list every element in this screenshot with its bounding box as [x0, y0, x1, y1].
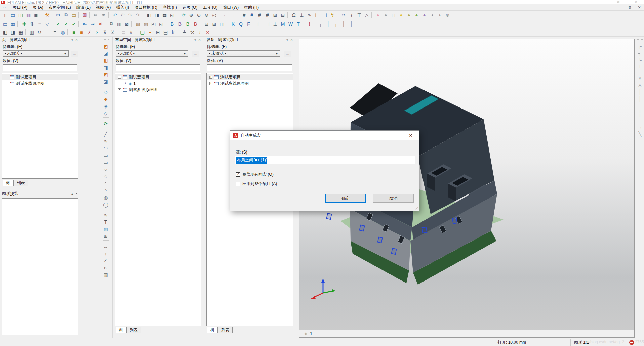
device-q-icon[interactable]: Q [237, 20, 245, 28]
create-macro-icon[interactable]: ◰ [150, 20, 157, 28]
redo-icon[interactable]: ↷ [126, 11, 134, 19]
dim-linear-icon[interactable]: ↔ [102, 243, 110, 250]
iso-view-2-icon[interactable]: ◆ [102, 95, 110, 102]
dim-radius-icon[interactable]: ⊾ [102, 264, 110, 271]
color-green-icon[interactable]: ● [413, 11, 420, 19]
new-page-icon[interactable]: ▯ [1, 11, 9, 19]
dock-right-icon[interactable]: ◨ [9, 29, 17, 36]
multi-line-icon[interactable]: = [51, 29, 59, 36]
view-cube-top-icon[interactable]: ◩ [102, 71, 110, 78]
note-icon[interactable]: ◍ [59, 29, 67, 36]
macro-box-icon[interactable]: ◱ [157, 20, 165, 28]
value-input[interactable] [207, 64, 292, 71]
tree-item[interactable]: - 测试宏项目 [115, 74, 201, 80]
next-device-icon[interactable]: ⇥ [89, 20, 96, 28]
black-box-icon[interactable]: ⊟ [203, 20, 210, 28]
misc-layer-icon[interactable]: ⊛ [444, 11, 451, 19]
kinematics-icon[interactable]: k [169, 29, 177, 36]
t-node-down-icon[interactable]: ┬ [317, 20, 324, 28]
macro-b1-icon[interactable]: B [168, 20, 176, 28]
tree-expander[interactable]: - [118, 76, 121, 79]
view-cube-bottom-icon[interactable]: ◪ [102, 78, 110, 85]
menu-project-data[interactable]: 项目数据 (R) [132, 4, 160, 11]
rotate-view-icon[interactable]: ⟳ [102, 120, 110, 127]
menu-help[interactable]: 帮助 (H) [241, 4, 261, 11]
menu-project[interactable]: 项目 (P) [10, 4, 30, 11]
dim-vertical-icon[interactable]: ↕ [102, 250, 110, 257]
mount-rail-icon[interactable]: ┴ [180, 29, 188, 36]
branch-y-up-icon[interactable]: ⋏ [636, 81, 644, 88]
refresh-icon[interactable]: ⟳ [179, 11, 187, 19]
filter-browse-button[interactable]: … [284, 51, 291, 57]
3d-orange-icon[interactable]: ■ [78, 29, 85, 36]
apply-whole-project-checkbox-row[interactable]: 应用到整个项目 (A) [236, 181, 277, 187]
symbol-resistor-icon[interactable]: Ω [290, 11, 298, 19]
color-yellow-icon[interactable]: ● [397, 11, 405, 19]
tab-list[interactable]: 列表 [13, 180, 28, 186]
assign-format-icon[interactable]: ▥ [115, 20, 123, 28]
tab-list[interactable]: 列表 [218, 327, 233, 333]
nc-symbol-icon[interactable]: ⊣ [264, 20, 271, 28]
t-node-left-icon[interactable]: ┤ [348, 20, 355, 28]
toolbar-grip[interactable] [637, 39, 643, 41]
tab-tree[interactable]: 树 [207, 327, 218, 333]
transformer-symbol-icon[interactable]: T [294, 20, 302, 28]
impedance-icon[interactable]: Ω [36, 29, 43, 36]
dock-grid-icon[interactable]: ▦ [17, 29, 25, 36]
zoom-100-icon[interactable]: ⊙ [195, 11, 203, 19]
view-cube-back-icon[interactable]: ◪ [102, 50, 110, 57]
3d-green-icon[interactable]: ■ [70, 29, 78, 36]
ground-symbol-icon[interactable]: ⊥ [271, 20, 279, 28]
no-symbol-icon[interactable]: ⊢ [256, 20, 264, 28]
wire-icon[interactable]: ≀ [348, 11, 355, 19]
check-selection-icon[interactable]: ✔ [70, 20, 78, 28]
fork-down-icon[interactable]: ┬ [636, 106, 644, 113]
menu-insert[interactable]: 插入 (I) [113, 4, 132, 11]
wrench-icon[interactable]: ⚒ [43, 11, 51, 19]
wire-route-icon[interactable]: ≀ [196, 29, 204, 36]
filter-select[interactable]: - 未激活 -▼ [116, 50, 188, 57]
interruption-icon[interactable]: ↯ [329, 11, 336, 19]
color-purple-icon[interactable]: ● [420, 11, 428, 19]
copy-format-icon[interactable]: ⧉ [108, 20, 115, 28]
brush-2-icon[interactable]: ✒ [100, 11, 108, 19]
cancel-button[interactable]: 取消 [373, 194, 414, 203]
tree-item[interactable]: + 1 [115, 80, 201, 87]
paren-close-icon[interactable]: ◗ [436, 11, 444, 19]
zoom-window-icon[interactable]: ◎ [210, 11, 218, 19]
child-minimize-icon[interactable]: — [616, 5, 625, 10]
power-teal-icon[interactable]: ⚡ [93, 29, 101, 36]
tab-tree[interactable]: 树 [116, 327, 126, 333]
filter-select[interactable]: - 未激活 -▼ [3, 50, 69, 57]
panel-collapse-icon[interactable]: ▴ [70, 192, 74, 196]
motor-symbol-icon[interactable]: M [279, 20, 287, 28]
check-project-icon[interactable]: ✔ [54, 20, 62, 28]
menu-edit[interactable]: 编辑 (E) [74, 4, 93, 11]
panel-collapse-icon[interactable]: ▾ [70, 38, 74, 42]
forward-icon[interactable]: → [229, 11, 237, 19]
filter-browse-button[interactable]: … [71, 51, 78, 57]
grid-c-icon[interactable]: # [256, 11, 264, 19]
brush-icon[interactable]: ✑ [92, 11, 100, 19]
tree-item[interactable]: 测试宏项目 [2, 74, 78, 80]
cut-icon[interactable]: ✂ [54, 11, 62, 19]
placement-area-icon[interactable]: ▢ [138, 29, 146, 36]
power-red-icon[interactable]: ⚡ [85, 29, 93, 36]
redo-history-icon[interactable]: ↷ [134, 11, 142, 19]
view-cube-left-icon[interactable]: ◧ [102, 57, 110, 64]
corner-bl-icon[interactable]: └ [636, 57, 644, 64]
tree-expander[interactable]: + [118, 88, 121, 91]
mesh-icon[interactable]: # [127, 29, 135, 36]
dialog-resize-grip[interactable]: ⋰ [415, 207, 418, 210]
app-restore-icon[interactable]: ⧉ [617, 0, 619, 4]
page-properties-icon[interactable]: ▥ [25, 11, 32, 19]
check-pages-icon[interactable]: ✔ [62, 20, 70, 28]
branch-right-icon[interactable]: ├ [636, 88, 644, 95]
branch-y-down-icon[interactable]: ⋎ [636, 74, 644, 81]
zoom-in-icon[interactable]: ⊕ [187, 11, 195, 19]
line-tool-icon[interactable]: ╱ [102, 130, 110, 137]
macro-b2-icon[interactable]: B [176, 20, 184, 28]
filter-select[interactable]: - 未激活 -▼ [207, 50, 280, 57]
menu-layout-space[interactable]: 布局空间 (L) [46, 4, 74, 11]
view-cube-front-icon[interactable]: ◩ [102, 43, 110, 50]
